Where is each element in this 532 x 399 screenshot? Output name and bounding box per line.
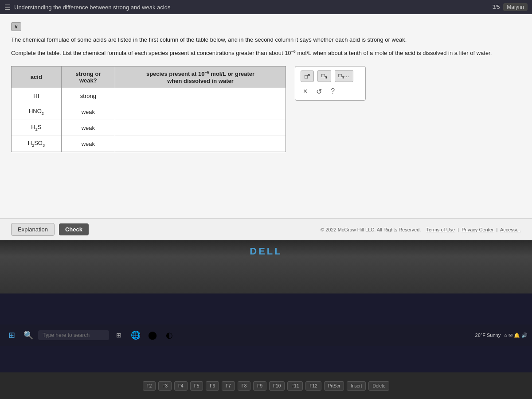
key-f5: F5 [190, 381, 203, 391]
hamburger-icon[interactable]: ☰ [4, 3, 11, 12]
taskbar-icon-browser[interactable]: 🌐 [129, 328, 143, 342]
col-header-acid: acid [12, 66, 62, 88]
acid-cell: HNO2 [12, 104, 62, 120]
taskbar-icon-windows[interactable]: ⊞ [112, 328, 126, 342]
species-input-h2so3[interactable] [121, 140, 279, 148]
key-f12: F12 [305, 381, 321, 391]
dell-logo: DELL [250, 246, 282, 257]
key-f2: F2 [143, 381, 156, 391]
taskbar-search-input[interactable] [38, 330, 109, 340]
acid-cell: HI [12, 88, 62, 104]
taskbar-icon-edge[interactable]: ◐ [162, 328, 176, 342]
col-header-strength: strong orweak? [61, 66, 115, 88]
taskbar-right-area: 26°F Sunny ⌂ ✉ 🔔 🔊 [475, 332, 528, 338]
formula-toolbar-row-1: □n □n □n… [301, 70, 360, 82]
key-delete: Delete [368, 381, 389, 391]
action-buttons: Explanation Check [11, 223, 89, 236]
help-button[interactable]: ? [328, 86, 337, 96]
more-format-button[interactable]: □n… [335, 70, 353, 82]
key-f11: F11 [287, 381, 303, 391]
key-f7: F7 [222, 381, 235, 391]
terms-link[interactable]: Terms of Use [426, 227, 455, 232]
key-prtscr: PrtScr [324, 381, 344, 391]
close-dialog-button[interactable]: × [301, 86, 310, 96]
start-button[interactable]: ⊞ [4, 328, 19, 342]
superscript-button[interactable]: □n [301, 70, 314, 82]
taskbar-icon-chrome[interactable]: ⬤ [145, 328, 160, 342]
taskbar-icons-right: ⌂ ✉ 🔔 🔊 [504, 332, 528, 338]
table-row: H2SO3 weak [12, 136, 286, 152]
species-input-hno2[interactable] [121, 108, 279, 116]
strength-cell: weak [61, 120, 115, 136]
acid-cell: H2SO3 [12, 136, 62, 152]
strength-cell: weak [61, 136, 115, 152]
action-bar: Explanation Check © 2022 McGraw Hill LLC… [0, 218, 532, 240]
key-f4: F4 [174, 381, 188, 391]
key-f3: F3 [158, 381, 172, 391]
keyboard-area: F2 F3 F4 F5 F6 F7 F8 F9 F10 F11 F12 PrtS… [0, 372, 532, 399]
search-icon-taskbar[interactable]: 🔍 [21, 328, 35, 342]
table-row: HNO2 weak [12, 104, 286, 120]
species-input-h2s[interactable] [121, 124, 279, 132]
privacy-link[interactable]: Privacy Center [462, 227, 493, 232]
formula-toolbar-row-2: × ↺ ? [301, 86, 360, 97]
progress-indicator: 3/5 [493, 4, 500, 10]
collapse-button[interactable]: ∨ [11, 22, 21, 31]
check-button[interactable]: Check [59, 223, 89, 235]
strength-cell: strong [61, 88, 115, 104]
intro-text-1: The chemical formulae of some acids are … [11, 35, 521, 44]
key-f9: F9 [253, 381, 266, 391]
taskbar: ⊞ 🔍 ⊞ 🌐 ⬤ ◐ 26°F Sunny ⌂ ✉ 🔔 🔊 [0, 325, 532, 346]
key-f8: F8 [238, 381, 251, 391]
formula-toolbar: □n □n □n… × ↺ ? [295, 66, 366, 100]
key-f10: F10 [269, 381, 285, 391]
species-input-hi[interactable] [121, 92, 279, 100]
copyright-text: © 2022 McGraw Hill LLC. All Rights Reser… [321, 227, 421, 232]
collapse-row: ∨ [11, 22, 521, 31]
table-container: acid strong orweak? species present at 1… [11, 66, 521, 152]
key-f6: F6 [206, 381, 219, 391]
user-name: Maiynn [503, 3, 528, 11]
species-input-cell [115, 88, 286, 104]
table-row: H2S weak [12, 120, 286, 136]
subscript-button[interactable]: □n [317, 70, 331, 82]
chemistry-table: acid strong orweak? species present at 1… [11, 66, 286, 152]
acid-cell: H2S [12, 120, 62, 136]
app-title: Understanding the difference between str… [14, 4, 489, 11]
strength-cell: weak [61, 104, 115, 120]
laptop-bezel: DELL [0, 240, 532, 293]
explanation-button[interactable]: Explanation [11, 223, 55, 236]
species-input-cell [115, 120, 286, 136]
key-insert: Insert [347, 381, 366, 391]
intro-text-2: Complete the table. List the chemical fo… [11, 49, 521, 58]
copyright-area: © 2022 McGraw Hill LLC. All Rights Reser… [321, 227, 521, 232]
undo-button[interactable]: ↺ [313, 86, 325, 97]
species-input-cell [115, 104, 286, 120]
top-bar: ☰ Understanding the difference between s… [0, 0, 532, 14]
species-input-cell [115, 136, 286, 152]
weather-text: 26°F Sunny [475, 332, 501, 338]
table-row: HI strong [12, 88, 286, 104]
col-header-species: species present at 10−6 mol/L or greater… [115, 66, 286, 88]
cursor-area [11, 152, 521, 179]
content-area: ∨ The chemical formulae of some acids ar… [0, 14, 532, 218]
accessibility-link[interactable]: Accessi... [500, 227, 521, 232]
